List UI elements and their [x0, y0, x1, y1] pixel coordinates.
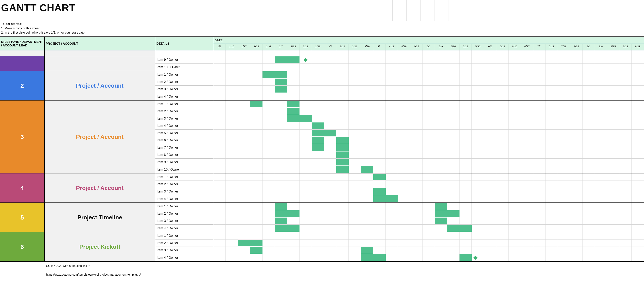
milestone-cell[interactable]: 5 — [0, 203, 45, 232]
chart-row[interactable] — [213, 166, 644, 173]
gantt-bar[interactable] — [361, 166, 373, 173]
gantt-bar[interactable] — [262, 71, 287, 78]
date-cell[interactable]: 3/21 — [349, 44, 361, 50]
gantt-bar[interactable] — [336, 166, 349, 173]
date-cell[interactable]: 7/4 — [533, 44, 546, 50]
chart-row[interactable] — [213, 122, 644, 130]
date-cell[interactable]: 8/15 — [607, 44, 620, 50]
date-cell[interactable]: 7/25 — [570, 44, 582, 50]
date-cell[interactable]: 5/23 — [460, 44, 472, 50]
detail-cell[interactable]: Item 5 / Owner — [155, 130, 213, 137]
chart-row[interactable] — [213, 78, 644, 86]
detail-cell[interactable]: Item 1 / Owner — [155, 232, 213, 240]
gantt-bar[interactable] — [460, 254, 472, 261]
date-cell[interactable]: 3/28 — [361, 44, 373, 50]
date-cell[interactable]: 6/13 — [496, 44, 509, 50]
detail-cell[interactable]: Item 1 / Owner — [155, 71, 213, 78]
license-link[interactable]: CC-BY — [46, 264, 55, 268]
date-cell[interactable]: 1/17 — [238, 44, 250, 50]
detail-cell[interactable]: Item 2 / Owner — [155, 210, 213, 217]
gantt-bar[interactable] — [336, 159, 349, 166]
chart-row[interactable] — [213, 174, 644, 181]
date-cell[interactable]: 2/7 — [275, 44, 287, 50]
date-cell[interactable]: 2/14 — [287, 44, 300, 50]
date-cell[interactable]: 3/7 — [324, 44, 336, 50]
detail-cell[interactable]: Item 10 / Owner — [155, 64, 213, 71]
chart-row[interactable] — [213, 247, 644, 254]
chart-row[interactable] — [213, 232, 644, 240]
date-cell[interactable]: 8/29 — [632, 44, 644, 50]
project-cell[interactable]: Project / Account — [45, 71, 155, 100]
milestone-cell[interactable]: 6 — [0, 232, 45, 261]
gantt-bar[interactable] — [336, 137, 349, 144]
project-cell[interactable]: Project / Account — [45, 174, 155, 202]
date-cell[interactable]: 5/2 — [422, 44, 435, 50]
gantt-bar[interactable] — [373, 188, 386, 195]
date-cell[interactable]: 6/20 — [509, 44, 521, 50]
chart-row[interactable] — [213, 181, 644, 188]
detail-cell[interactable]: Item 3 / Owner — [155, 115, 213, 122]
gantt-bar[interactable] — [238, 240, 263, 246]
gantt-bar[interactable] — [275, 203, 287, 210]
gantt-bar[interactable] — [435, 203, 447, 210]
date-cell[interactable]: 4/25 — [410, 44, 422, 50]
detail-cell[interactable]: Item 9 / Owner — [155, 158, 213, 166]
date-cell[interactable]: 5/30 — [472, 44, 484, 50]
detail-cell[interactable]: Item 10 / Owner — [155, 166, 213, 173]
detail-cell[interactable]: Item 8 / Owner — [155, 151, 213, 158]
detail-cell[interactable]: Item 6 / Owner — [155, 137, 213, 144]
chart-row[interactable] — [213, 108, 644, 115]
date-cell[interactable]: 4/18 — [398, 44, 410, 50]
chart-row[interactable] — [213, 254, 644, 261]
chart-row[interactable] — [213, 130, 644, 137]
gantt-bar[interactable] — [275, 56, 300, 63]
gantt-bar[interactable] — [447, 225, 472, 232]
milestone-cell[interactable]: 2 — [0, 71, 45, 100]
gantt-bar[interactable] — [312, 122, 324, 129]
milestone-cell[interactable] — [0, 56, 45, 71]
gantt-bar[interactable] — [275, 78, 287, 85]
detail-cell[interactable]: Item 2 / Owner — [155, 78, 213, 86]
gantt-bar[interactable] — [287, 108, 300, 115]
gantt-bar[interactable] — [361, 247, 373, 254]
date-cell[interactable]: 1/3 — [213, 44, 226, 50]
date-cell[interactable]: 4/4 — [373, 44, 386, 50]
date-cell[interactable]: 6/6 — [484, 44, 496, 50]
chart-row[interactable] — [213, 224, 644, 232]
date-cell[interactable]: 4/11 — [386, 44, 398, 50]
gantt-bar[interactable] — [373, 196, 398, 202]
chart-row[interactable] — [213, 158, 644, 166]
chart-row[interactable] — [213, 188, 644, 195]
chart-row[interactable] — [213, 137, 644, 144]
project-cell[interactable]: Project Timeline — [45, 203, 155, 232]
gantt-bar[interactable] — [275, 86, 287, 92]
detail-cell[interactable]: Item 4 / Owner — [155, 195, 213, 202]
detail-cell[interactable]: Item 2 / Owner — [155, 108, 213, 115]
detail-cell[interactable]: Item 2 / Owner — [155, 240, 213, 247]
date-cell[interactable]: 5/9 — [435, 44, 447, 50]
chart-row[interactable] — [213, 115, 644, 122]
detail-cell[interactable]: Item 7 / Owner — [155, 144, 213, 151]
date-cell[interactable]: 2/28 — [312, 44, 324, 50]
date-cell[interactable]: 5/16 — [447, 44, 460, 50]
project-cell[interactable] — [45, 56, 155, 71]
gantt-bar[interactable] — [275, 210, 300, 217]
chart-row[interactable] — [213, 217, 644, 224]
chart-row[interactable] — [213, 93, 644, 100]
date-cell[interactable]: 8/1 — [582, 44, 595, 50]
chart-row[interactable] — [213, 240, 644, 247]
chart-row[interactable] — [213, 144, 644, 151]
chart-row[interactable] — [213, 64, 644, 71]
gantt-bar[interactable] — [250, 101, 262, 108]
chart-row[interactable] — [213, 151, 644, 158]
chart-row[interactable] — [213, 56, 644, 64]
project-cell[interactable]: Project Kickoff — [45, 232, 155, 261]
gantt-bar[interactable] — [336, 144, 349, 151]
detail-cell[interactable]: Item 4 / Owner — [155, 122, 213, 130]
date-cell[interactable]: 7/11 — [546, 44, 558, 50]
gantt-bar[interactable] — [250, 247, 262, 254]
detail-cell[interactable]: Item 3 / Owner — [155, 86, 213, 93]
detail-cell[interactable]: Item 9 / Owner — [155, 56, 213, 64]
gantt-bar[interactable] — [275, 218, 287, 224]
gantt-bar[interactable] — [435, 210, 460, 217]
